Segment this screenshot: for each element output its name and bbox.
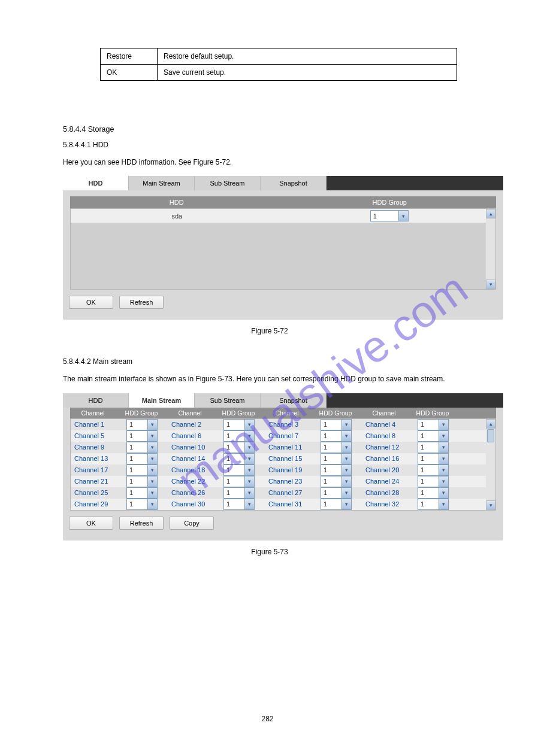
- hdd-group-select[interactable]: 1▾: [126, 442, 158, 453]
- channel-label[interactable]: Channel 18: [168, 466, 213, 473]
- channel-label[interactable]: Channel 22: [168, 478, 213, 485]
- channel-label[interactable]: Channel 10: [168, 444, 213, 451]
- hdd-group-select[interactable]: 1▾: [223, 487, 255, 499]
- channel-label[interactable]: Channel 29: [71, 500, 116, 508]
- hdd-group-select[interactable]: 1▾: [418, 476, 449, 487]
- hdd-group-select[interactable]: 1▾: [223, 476, 255, 487]
- col-channel: Channel: [264, 408, 310, 418]
- chevron-down-icon: ▾: [341, 454, 351, 464]
- scroll-up-icon[interactable]: ▴: [486, 209, 495, 218]
- hdd-group-select[interactable]: 1▾: [321, 442, 352, 453]
- tab-snapshot[interactable]: Snapshot: [261, 393, 327, 408]
- tab-main-stream[interactable]: Main Stream: [129, 176, 195, 190]
- ok-button[interactable]: OK: [69, 296, 113, 309]
- tab-hdd[interactable]: HDD: [63, 176, 129, 190]
- hdd-group-select[interactable]: 1▾: [321, 430, 352, 442]
- channel-label[interactable]: Channel 32: [362, 500, 407, 508]
- channel-label[interactable]: Channel 24: [362, 478, 407, 485]
- channel-label[interactable]: Channel 31: [265, 500, 310, 508]
- tab-hdd[interactable]: HDD: [63, 393, 129, 408]
- hdd-group-select[interactable]: 1▾: [126, 419, 158, 430]
- channel-label[interactable]: Channel 4: [362, 421, 407, 428]
- channel-label[interactable]: Channel 21: [71, 478, 116, 485]
- scrollbar[interactable]: ▴ ▾: [486, 209, 495, 289]
- channel-label[interactable]: Channel 7: [265, 432, 310, 439]
- channel-label[interactable]: Channel 23: [265, 478, 310, 485]
- scroll-thumb[interactable]: [487, 429, 494, 442]
- hdd-group-select[interactable]: 1▾: [223, 499, 255, 510]
- channel-label[interactable]: Channel 26: [168, 489, 213, 496]
- scroll-down-icon[interactable]: ▾: [486, 500, 495, 510]
- channel-label[interactable]: Channel 28: [362, 489, 407, 496]
- channel-label[interactable]: Channel 5: [71, 432, 116, 439]
- ms-table-header: Channel HDD Group Channel HDD Group Chan…: [70, 408, 496, 418]
- hdd-group-select[interactable]: 1▾: [223, 419, 255, 430]
- scrollbar[interactable]: ▴ ▾: [486, 419, 495, 510]
- hdd-group-select[interactable]: 1▾: [126, 453, 158, 464]
- hdd-group-select[interactable]: 1▾: [321, 453, 352, 464]
- ok-button[interactable]: OK: [69, 517, 113, 530]
- channel-label[interactable]: Channel 25: [71, 489, 116, 496]
- channel-label[interactable]: Channel 15: [265, 455, 310, 462]
- figure-caption: Figure 5-72: [63, 324, 476, 338]
- channel-label[interactable]: Channel 30: [168, 500, 213, 508]
- channel-label[interactable]: Channel 3: [265, 421, 310, 428]
- channel-label[interactable]: Channel 17: [71, 466, 116, 473]
- channel-label[interactable]: Channel 19: [265, 466, 310, 473]
- hdd-group-select[interactable]: 1▾: [418, 499, 449, 510]
- hdd-group-select[interactable]: 1▾: [321, 464, 352, 476]
- tab-sub-stream[interactable]: Sub Stream: [195, 393, 261, 408]
- hdd-group-select[interactable]: 1▾: [418, 442, 449, 453]
- channel-label[interactable]: Channel 14: [168, 455, 213, 462]
- main-stream-panel: HDD Main Stream Sub Stream Snapshot Chan…: [63, 393, 503, 541]
- channel-label[interactable]: Channel 12: [362, 444, 407, 451]
- copy-button[interactable]: Copy: [170, 517, 214, 530]
- hdd-group-select[interactable]: 1▾: [321, 476, 352, 487]
- hdd-group-select[interactable]: 1▾: [418, 430, 449, 442]
- hdd-group-select[interactable]: 1▾: [418, 464, 449, 476]
- hdd-group-select[interactable]: 1 ▾: [370, 210, 409, 221]
- chevron-down-icon: ▾: [439, 420, 448, 430]
- hdd-group-select[interactable]: 1▾: [223, 464, 255, 476]
- channel-label[interactable]: Channel 2: [168, 421, 213, 428]
- channel-label[interactable]: Channel 16: [362, 455, 407, 462]
- hdd-group-select[interactable]: 1▾: [126, 464, 158, 476]
- chevron-down-icon: ▾: [147, 442, 157, 453]
- hdd-group-select[interactable]: 1▾: [418, 419, 449, 430]
- tab-snapshot[interactable]: Snapshot: [261, 176, 327, 190]
- refresh-button[interactable]: Refresh: [119, 296, 164, 309]
- hdd-group-select[interactable]: 1▾: [126, 487, 158, 499]
- hdd-group-select[interactable]: 1▾: [126, 499, 158, 510]
- hdd-group-select[interactable]: 1▾: [126, 430, 158, 442]
- select-value: 1: [321, 489, 341, 496]
- hdd-group-select[interactable]: 1▾: [223, 453, 255, 464]
- channel-label[interactable]: Channel 6: [168, 432, 213, 439]
- channel-label[interactable]: Channel 20: [362, 466, 407, 473]
- channel-label[interactable]: Channel 8: [362, 432, 407, 439]
- tab-main-stream[interactable]: Main Stream: [129, 393, 195, 408]
- channel-label[interactable]: Channel 9: [71, 444, 116, 451]
- scroll-down-icon[interactable]: ▾: [486, 280, 495, 289]
- channel-group-cell: 1▾: [407, 487, 459, 499]
- channel-label[interactable]: Channel 13: [71, 455, 116, 462]
- hdd-group-select[interactable]: 1▾: [418, 487, 449, 499]
- hdd-group-select[interactable]: 1▾: [418, 453, 449, 464]
- channel-label[interactable]: Channel 1: [71, 421, 116, 428]
- hdd-group-select[interactable]: 1▾: [223, 442, 255, 453]
- col-channel: Channel: [361, 408, 407, 418]
- doc-text: Figure 5-72 5.8.4.4.2 Main stream The ma…: [63, 324, 476, 385]
- channel-label[interactable]: Channel 27: [265, 489, 310, 496]
- refresh-button[interactable]: Refresh: [119, 517, 164, 530]
- hdd-group-select[interactable]: 1▾: [321, 419, 352, 430]
- tab-sub-stream[interactable]: Sub Stream: [195, 176, 261, 190]
- hdd-group-select[interactable]: 1▾: [321, 499, 352, 510]
- hdd-group-select[interactable]: 1▾: [223, 430, 255, 442]
- hdd-group-select[interactable]: 1▾: [321, 487, 352, 499]
- hdd-group-select[interactable]: 1▾: [126, 476, 158, 487]
- channel-group-cell: 1▾: [116, 464, 168, 476]
- hdd-table-body[interactable]: sda 1 ▾ ▴ ▾: [70, 208, 496, 290]
- channel-label[interactable]: Channel 11: [265, 444, 310, 451]
- col-channel: Channel: [70, 408, 116, 418]
- channel-group-cell: 1▾: [407, 476, 459, 487]
- scroll-up-icon[interactable]: ▴: [486, 419, 495, 429]
